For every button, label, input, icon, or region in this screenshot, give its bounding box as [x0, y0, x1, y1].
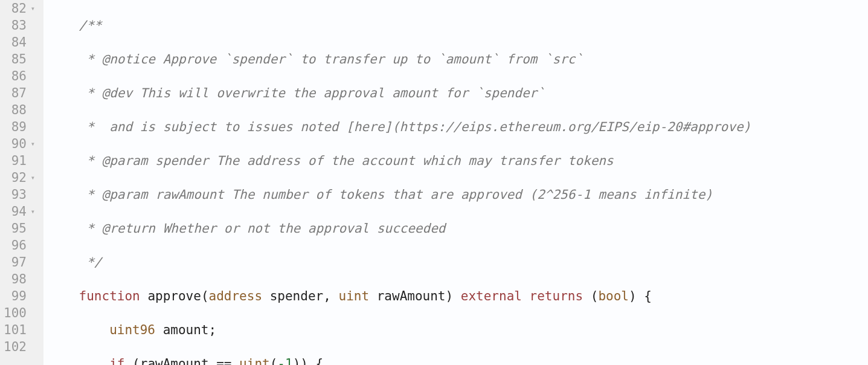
- gutter-line[interactable]: 96: [0, 237, 39, 254]
- code-line[interactable]: * and is subject to issues noted [here](…: [48, 118, 868, 135]
- line-number: 101: [4, 321, 27, 338]
- fold-toggle-icon[interactable]: ▾: [29, 169, 35, 186]
- doc-comment: * @return Whether or not the approval su…: [79, 221, 446, 236]
- gutter-line[interactable]: 97: [0, 254, 39, 271]
- line-number: 91: [11, 152, 27, 169]
- gutter-line[interactable]: 86: [0, 68, 39, 85]
- doc-comment: */: [79, 255, 102, 270]
- code-line[interactable]: * @notice Approve `spender` to transfer …: [48, 51, 868, 68]
- line-number: 84: [11, 34, 27, 51]
- gutter-line[interactable]: 94▾: [0, 203, 39, 220]
- code-line[interactable]: function approve(address spender, uint r…: [48, 288, 868, 305]
- line-number: 95: [11, 220, 27, 237]
- code-line[interactable]: * @return Whether or not the approval su…: [48, 220, 868, 237]
- type-address: address: [209, 289, 263, 303]
- gutter-line[interactable]: 93: [0, 186, 39, 203]
- gutter-line[interactable]: 85: [0, 51, 39, 68]
- doc-comment: * @param spender The address of the acco…: [79, 153, 614, 168]
- code-line[interactable]: if (rawAmount == uint(-1)) {: [48, 355, 868, 365]
- doc-comment: /**: [79, 18, 102, 33]
- gutter-line[interactable]: 92▾: [0, 169, 39, 186]
- code-line[interactable]: /**: [48, 17, 868, 34]
- keyword-function: function: [79, 289, 140, 303]
- gutter-line[interactable]: 83: [0, 17, 39, 34]
- doc-comment: * @dev This will overwrite the approval …: [79, 86, 545, 100]
- code-editor[interactable]: /** * @notice Approve `spender` to trans…: [43, 0, 868, 365]
- fold-toggle-icon[interactable]: ▾: [29, 0, 35, 17]
- line-number: 83: [11, 17, 27, 34]
- gutter-line[interactable]: 90▾: [0, 135, 39, 152]
- line-number: 100: [4, 305, 27, 321]
- line-number: 85: [11, 51, 27, 68]
- line-number: 87: [11, 85, 27, 102]
- line-number: 96: [11, 237, 27, 254]
- gutter-line[interactable]: 89: [0, 118, 39, 135]
- doc-comment: * @notice Approve `spender` to transfer …: [79, 52, 583, 66]
- line-number: 88: [11, 102, 27, 118]
- line-number: 102: [4, 338, 27, 355]
- fold-toggle-icon[interactable]: ▾: [29, 203, 35, 220]
- code-line[interactable]: * @param spender The address of the acco…: [48, 152, 868, 169]
- line-number-gutter: 82▾ 83 84 85 86 87 88 89 90▾ 91 92▾ 93 9…: [0, 0, 43, 365]
- line-number: 99: [11, 288, 27, 305]
- gutter-line[interactable]: 87: [0, 85, 39, 102]
- code-line[interactable]: * @dev This will overwrite the approval …: [48, 85, 868, 102]
- type-uint96: uint96: [109, 323, 155, 337]
- type-uint: uint: [338, 289, 369, 303]
- line-number: 94: [11, 203, 27, 220]
- gutter-line[interactable]: 99: [0, 288, 39, 305]
- code-line[interactable]: */: [48, 254, 868, 271]
- line-number: 97: [11, 254, 27, 271]
- gutter-line[interactable]: 82▾: [0, 0, 39, 17]
- line-number: 98: [11, 271, 27, 288]
- gutter-line[interactable]: 95: [0, 220, 39, 237]
- line-number: 82: [11, 0, 27, 17]
- line-number: 89: [11, 118, 27, 135]
- line-number: 92: [11, 169, 27, 186]
- code-line[interactable]: uint96 amount;: [48, 321, 868, 338]
- gutter-line[interactable]: 88: [0, 102, 39, 118]
- gutter-line[interactable]: 91: [0, 152, 39, 169]
- fold-toggle-icon[interactable]: ▾: [29, 135, 35, 152]
- gutter-line[interactable]: 98: [0, 271, 39, 288]
- doc-comment: * @param rawAmount The number of tokens …: [79, 187, 713, 202]
- line-number: 93: [11, 186, 27, 203]
- gutter-line[interactable]: 100: [0, 305, 39, 321]
- keyword-external: external: [461, 289, 522, 303]
- gutter-line[interactable]: 102: [0, 338, 39, 355]
- gutter-line[interactable]: 101: [0, 321, 39, 338]
- type-bool: bool: [598, 289, 629, 303]
- doc-comment: * and is subject to issues noted [here](…: [79, 120, 751, 134]
- line-number: 90: [11, 135, 27, 152]
- keyword-if: if: [109, 357, 124, 365]
- line-number: 86: [11, 68, 27, 85]
- gutter-line[interactable]: 84: [0, 34, 39, 51]
- code-line[interactable]: * @param rawAmount The number of tokens …: [48, 186, 868, 203]
